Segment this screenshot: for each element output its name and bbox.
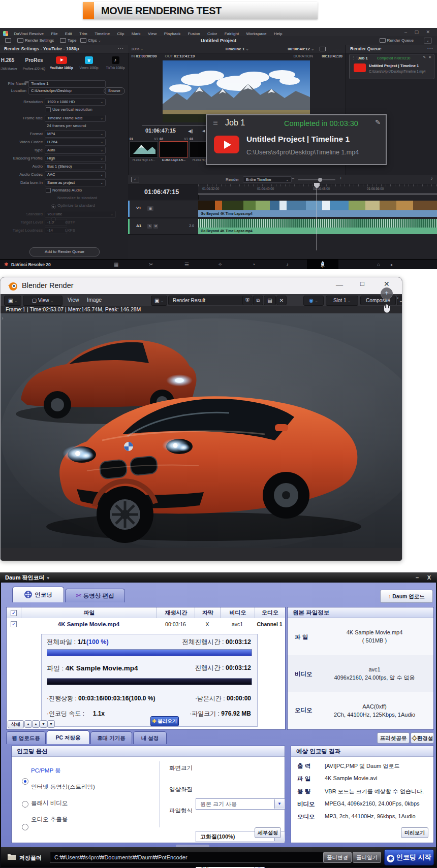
- settings-icon[interactable]: ●: [390, 263, 393, 267]
- environment-settings-button[interactable]: 환경설정: [411, 732, 434, 744]
- clip-thumb-2-selected[interactable]: 02V1 H.264 High L5...: [160, 137, 188, 162]
- preview-button[interactable]: 미리보기: [401, 827, 428, 838]
- zoom-in-icon[interactable]: +: [339, 176, 342, 181]
- render-mode-select[interactable]: Entire Timeline⌄: [243, 176, 292, 183]
- format-select[interactable]: MP4⌄: [45, 131, 106, 138]
- move-bottom-button[interactable]: ▼: [47, 720, 55, 728]
- timeline-scroll-indicator[interactable]: [198, 194, 437, 195]
- preset-tab-mobile[interactable]: 휴대 기기용: [90, 731, 132, 744]
- viewer-options-icon[interactable]: ···: [335, 45, 341, 53]
- zoom-in-icon[interactable]: +: [381, 287, 393, 300]
- fairlight-page-icon[interactable]: ♪: [286, 262, 289, 267]
- remove-job-icon[interactable]: ✕: [428, 55, 431, 59]
- mute-button[interactable]: M: [153, 224, 158, 229]
- render-job-card[interactable]: ⋮⋮ Job 1 Completed in 00:03:30 ✎ ✕ Untit…: [349, 54, 434, 79]
- move-down-button[interactable]: ▼: [40, 720, 47, 728]
- normalize-audio-checkbox[interactable]: [46, 188, 51, 193]
- delete-file-button[interactable]: 삭제: [8, 720, 24, 728]
- type-select[interactable]: Auto⌄: [45, 147, 106, 154]
- frame-rate-select[interactable]: Timeline Frame Rate⌄: [45, 115, 106, 122]
- clip-thumb-1[interactable]: 01V1 H.264 High L5...: [130, 137, 158, 162]
- view-mode-dropdown[interactable]: ▢ View ⌄: [23, 296, 63, 306]
- file-row[interactable]: ✓ 4K Sample Movie.mp4 00:03:16 X avc1 Ch…: [7, 618, 285, 631]
- encoding-profile-select[interactable]: High⌄: [45, 155, 106, 162]
- radio-internet-streaming[interactable]: [22, 801, 28, 808]
- standard-select[interactable]: YouTube⌄: [45, 211, 116, 218]
- unlink-close-icon[interactable]: ✕: [276, 296, 287, 305]
- vertical-resolution-checkbox[interactable]: [46, 107, 51, 112]
- image-menu[interactable]: Image: [87, 294, 102, 306]
- col-header-duration[interactable]: 재생시간: [157, 607, 195, 618]
- audio-codec-select[interactable]: AAC⌄: [45, 171, 106, 178]
- panel-options-icon[interactable]: ···: [118, 45, 124, 53]
- solo-button[interactable]: S: [147, 224, 152, 229]
- col-header-subtitle[interactable]: 자막: [195, 607, 221, 618]
- screen-size-select[interactable]: 원본 크기 사용▼: [196, 798, 285, 810]
- change-folder-button[interactable]: 폴더변경: [323, 852, 352, 863]
- region-collapse-icon[interactable]: ‹: [397, 295, 399, 301]
- zoom-out-icon[interactable]: −: [292, 176, 294, 181]
- new-image-copy-icon[interactable]: ⧉: [253, 296, 263, 305]
- open-image-folder-icon[interactable]: ▤: [264, 296, 276, 305]
- move-up-button[interactable]: ▲: [32, 720, 40, 728]
- preset-share-button[interactable]: 프리셋공유: [377, 732, 410, 744]
- save-still-icon[interactable]: [320, 45, 327, 53]
- fake-user-shield-icon[interactable]: ⛨: [242, 296, 253, 305]
- col-header-file[interactable]: 파일: [21, 607, 157, 618]
- row-checkbox[interactable]: ✓: [11, 621, 17, 627]
- move-top-button[interactable]: ▲: [24, 720, 32, 728]
- edit-page-icon[interactable]: ☰: [184, 262, 189, 267]
- select-all-checkbox[interactable]: ✓: [7, 607, 21, 618]
- add-to-render-queue-button[interactable]: Add to Render Queue: [29, 247, 100, 256]
- save-folder-path-input[interactable]: C:₩Users₩s4pro₩Documents₩Daum₩PotEncoder: [50, 852, 325, 863]
- tab-encoding[interactable]: 인코딩: [12, 587, 64, 602]
- render-marks-icon[interactable]: ✓: [131, 177, 139, 182]
- zoom-slider[interactable]: [298, 179, 335, 180]
- preset-tab-web-upload[interactable]: 웹 업로드용: [6, 731, 46, 744]
- preset-tab-my-settings[interactable]: 내 설정: [133, 731, 167, 744]
- radio-flash-video[interactable]: [22, 824, 28, 830]
- detail-settings-button[interactable]: 세부설정: [255, 827, 281, 838]
- preset-tab-pc-save[interactable]: PC 저장용: [47, 730, 89, 744]
- close-icon[interactable]: ✕: [384, 280, 390, 288]
- volume-icon[interactable]: ◀): [188, 128, 193, 134]
- maximize-icon[interactable]: □: [360, 280, 364, 287]
- cut-page-icon[interactable]: ✂: [149, 262, 153, 267]
- tab-video-editing[interactable]: ✂ 동영상 편집: [65, 589, 125, 602]
- preset-h265[interactable]: H.265 H.265 Master: [0, 54, 20, 71]
- preset-youtube[interactable]: YouTube 1080p: [49, 54, 74, 70]
- target-level-input[interactable]: -1.0: [45, 219, 67, 226]
- image-browse-dropdown[interactable]: ▣ ⌄: [151, 296, 167, 306]
- viewer-timecode[interactable]: 00:00:40:12 ⌄: [288, 45, 314, 53]
- slot-dropdown[interactable]: Slot 1 ⌄: [326, 296, 358, 306]
- close-icon[interactable]: X: [427, 572, 431, 583]
- col-header-audio[interactable]: 오디오: [255, 607, 285, 618]
- audio-meters-icon[interactable]: ♪: [431, 176, 433, 181]
- minimize-icon[interactable]: —: [336, 280, 343, 288]
- start-encoding-button[interactable]: ✱ 인코딩 시작: [384, 849, 434, 865]
- media-page-icon[interactable]: ▦: [114, 262, 118, 267]
- preset-prores[interactable]: ProRes ProRes 422 HQ: [21, 54, 47, 71]
- fusion-page-icon[interactable]: ✧: [218, 262, 222, 267]
- audio-select[interactable]: Bus 1 (Stereo)⌄: [45, 163, 106, 170]
- preset-tiktok[interactable]: ♪ TikTok 1080p: [103, 54, 128, 70]
- video-clip[interactable]: Go Beyond 4K Time Lapse.mp4: [198, 201, 437, 217]
- view-menu[interactable]: View: [68, 294, 79, 306]
- color-page-icon[interactable]: ◔: [252, 262, 255, 267]
- editor-type-dropdown[interactable]: ▣ ⌄: [4, 296, 21, 306]
- browse-button[interactable]: Browse: [104, 87, 125, 94]
- file-name-input[interactable]: Timeline 1: [28, 80, 106, 87]
- playhead-line[interactable]: [317, 184, 317, 250]
- minimize-icon[interactable]: –: [416, 572, 419, 583]
- deliver-page-active[interactable]: [307, 260, 338, 269]
- location-input[interactable]: C:\Users\s4pro\Desktop: [28, 87, 106, 94]
- image-datablock-field[interactable]: Render Result: [168, 296, 245, 305]
- video-codec-select[interactable]: H.264⌄: [45, 139, 106, 146]
- col-header-video[interactable]: 비디오: [220, 607, 255, 618]
- resolution-select[interactable]: 1920 x 1080 HD⌄: [45, 99, 106, 106]
- daum-upload-button[interactable]: ↑ Daum 업로드: [380, 590, 433, 603]
- target-loudness-input[interactable]: -14: [45, 227, 67, 234]
- preset-vimeo[interactable]: v Vimeo 1080p: [76, 54, 102, 70]
- normalize-standard-radio[interactable]: [51, 204, 56, 209]
- menu-chevron-icon[interactable]: ▼: [46, 576, 50, 581]
